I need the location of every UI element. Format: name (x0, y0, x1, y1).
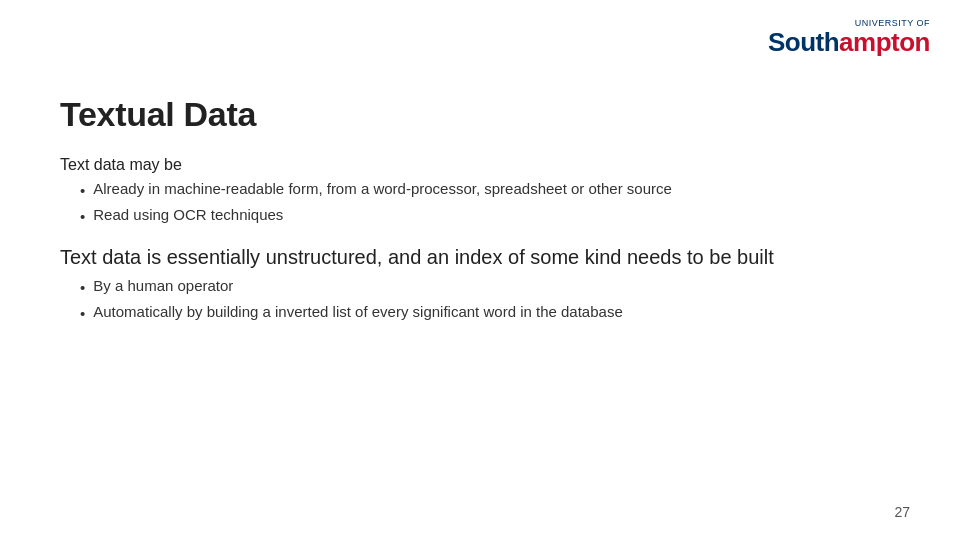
bullet-text: Read using OCR techniques (93, 206, 283, 223)
list-item: By a human operator (80, 277, 900, 300)
slide-title: Textual Data (60, 95, 900, 134)
bullet-text: Already in machine-readable form, from a… (93, 180, 672, 197)
list-item: Already in machine-readable form, from a… (80, 180, 900, 203)
logo-ampton: ampton (839, 27, 930, 57)
section2-bullet-list: By a human operator Automatically by bui… (80, 277, 900, 325)
section2-label: Text data is essentially unstructured, a… (60, 246, 900, 269)
section1-label: Text data may be (60, 156, 900, 174)
list-item: Automatically by building a inverted lis… (80, 303, 900, 326)
logo-southampton-text: Southampton (768, 28, 930, 57)
logo-area: UNIVERSITY OF Southampton (768, 18, 930, 57)
slide: UNIVERSITY OF Southampton Textual Data T… (0, 0, 960, 540)
list-item: Read using OCR techniques (80, 206, 900, 229)
page-number: 27 (894, 504, 910, 520)
logo-south: South (768, 27, 839, 57)
bullet-text: Automatically by building a inverted lis… (93, 303, 622, 320)
bullet-text: By a human operator (93, 277, 233, 294)
section1-bullet-list: Already in machine-readable form, from a… (80, 180, 900, 228)
